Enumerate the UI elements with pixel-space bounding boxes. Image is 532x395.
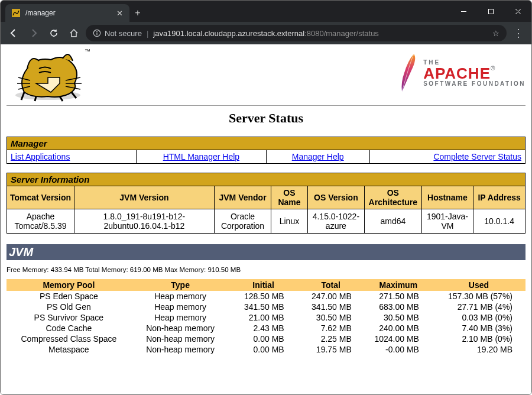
svg-rect-7 (96, 33, 97, 35)
val-total: 30.50 MB (297, 312, 365, 323)
memory-pool-row: Code CacheNon-heap memory2.43 MB7.62 MB2… (7, 323, 525, 334)
memory-pool-row: PS Survivor SpaceHeap memory21.00 MB30.5… (7, 312, 525, 323)
val-initial: 341.50 MB (230, 302, 297, 312)
titlebar: /manager ✕ + (1, 1, 531, 22)
new-tab-button[interactable]: + (129, 4, 146, 22)
info-icon (93, 29, 101, 37)
val-os-version: 4.15.0-1022-azure (307, 209, 364, 234)
minimize-button[interactable] (450, 1, 477, 22)
manager-header: Manager (7, 137, 525, 150)
memory-pool-table: Memory Pool Type Initial Total Maximum U… (7, 279, 525, 355)
url-text: java1901.local.cloudapp.azurestack.exter… (153, 29, 379, 38)
val-total: 19.75 MB (297, 344, 365, 355)
tab-favicon-icon (11, 8, 21, 18)
bookmark-star-icon[interactable]: ☆ (492, 29, 499, 38)
home-button[interactable] (66, 25, 82, 41)
separator (7, 105, 525, 106)
val-used: 157.30 MB (57%) (432, 291, 525, 302)
val-max: 683.00 MB (365, 302, 432, 312)
val-jvm-version: 1.8.0_191-8u191-b12-2ubuntu0.16.04.1-b12 (74, 209, 215, 234)
val-used: 0.03 MB (0%) (432, 312, 525, 323)
val-hostname: 1901-Java-VM (421, 209, 473, 234)
html-manager-help-link[interactable]: HTML Manager Help (163, 152, 239, 161)
val-max: -0.00 MB (365, 344, 432, 355)
close-window-button[interactable] (504, 1, 531, 22)
col-jvm-version: JVM Version (74, 186, 215, 209)
svg-point-6 (96, 31, 98, 33)
val-max: 1024.00 MB (365, 334, 432, 344)
list-applications-link[interactable]: List Applications (11, 152, 70, 161)
val-jvm-vendor: Oracle Corporation (214, 209, 271, 234)
not-secure-label: Not secure (105, 29, 142, 38)
val-pool: Code Cache (7, 323, 131, 334)
col-total: Total (297, 279, 365, 291)
val-type: Non-heap memory (131, 334, 230, 344)
col-os-name: OS Name (271, 186, 307, 209)
col-tomcat-version: Tomcat Version (7, 186, 74, 209)
tomcat-logo: ™ (7, 48, 95, 104)
col-os-arch: OS Architecture (365, 186, 421, 209)
browser-tab[interactable]: /manager ✕ (5, 4, 129, 22)
col-used: Used (432, 279, 525, 291)
val-pool: Metaspace (7, 344, 131, 355)
col-jvm-vendor: JVM Vendor (214, 186, 271, 209)
tab-title: /manager (25, 9, 111, 17)
registered-symbol: ® (491, 65, 495, 72)
val-type: Heap memory (131, 302, 230, 312)
val-type: Non-heap memory (131, 323, 230, 334)
col-ip: IP Address (473, 186, 525, 209)
window-controls (450, 1, 531, 22)
val-total: 341.50 MB (297, 302, 365, 312)
val-type: Heap memory (131, 291, 230, 302)
server-info-section: Server Information Tomcat Version JVM Ve… (7, 173, 525, 234)
col-hostname: Hostname (421, 186, 473, 209)
maximize-button[interactable] (477, 1, 504, 22)
val-total: 247.00 MB (297, 291, 365, 302)
security-indicator[interactable]: Not secure (93, 29, 142, 38)
back-button[interactable] (5, 25, 22, 41)
page-content: ™ THE APACHE® SOFTWARE FOUNDATION (1, 44, 531, 395)
val-max: 240.00 MB (365, 323, 432, 334)
val-total: 7.62 MB (297, 323, 365, 334)
val-ip: 10.0.1.4 (473, 209, 525, 234)
trademark-symbol: ™ (85, 48, 90, 54)
col-type: Type (131, 279, 230, 291)
manager-help-link[interactable]: Manager Help (292, 152, 344, 161)
complete-server-status-link[interactable]: Complete Server Status (433, 152, 521, 161)
jvm-header: JVM (7, 244, 525, 260)
feather-icon (397, 53, 420, 94)
val-max: 271.50 MB (365, 291, 432, 302)
memory-pool-row: Compressed Class SpaceNon-heap memory0.0… (7, 334, 525, 344)
browser-menu-button[interactable]: ⋮ (510, 28, 527, 38)
col-initial: Initial (230, 279, 297, 291)
page-title: Server Status (7, 111, 525, 126)
val-initial: 0.00 MB (230, 334, 297, 344)
memory-pool-row: PS Old GenHeap memory341.50 MB341.50 MB6… (7, 302, 525, 312)
val-initial: 21.00 MB (230, 312, 297, 323)
tab-close-icon[interactable]: ✕ (115, 9, 124, 17)
apache-subtitle: SOFTWARE FOUNDATION (423, 81, 525, 87)
val-os-name: Linux (271, 209, 307, 234)
val-tomcat-version: Apache Tomcat/8.5.39 (7, 209, 74, 234)
val-used: 2.10 MB (0%) (432, 334, 525, 344)
val-used: 7.40 MB (3%) (432, 323, 525, 334)
forward-button[interactable] (25, 25, 42, 41)
val-pool: Compressed Class Space (7, 334, 131, 344)
apache-name: APACHE (423, 64, 491, 82)
manager-section: Manager List Applications HTML Manager H… (7, 137, 525, 164)
val-used: 19.20 MB (432, 344, 525, 355)
reload-button[interactable] (46, 25, 62, 41)
memory-pool-row: MetaspaceNon-heap memory0.00 MB19.75 MB-… (7, 344, 525, 355)
val-pool: PS Survivor Space (7, 312, 131, 323)
col-os-version: OS Version (307, 186, 364, 209)
address-bar[interactable]: Not secure | java1901.local.cloudapp.azu… (86, 25, 507, 41)
val-type: Non-heap memory (131, 344, 230, 355)
jvm-memory-stats: Free Memory: 433.94 MB Total Memory: 619… (7, 266, 525, 273)
val-max: 30.50 MB (365, 312, 432, 323)
apache-logo: THE APACHE® SOFTWARE FOUNDATION (397, 48, 525, 94)
val-used: 27.71 MB (4%) (432, 302, 525, 312)
val-type: Heap memory (131, 312, 230, 323)
val-os-arch: amd64 (365, 209, 421, 234)
svg-rect-2 (488, 9, 493, 14)
val-initial: 128.50 MB (230, 291, 297, 302)
